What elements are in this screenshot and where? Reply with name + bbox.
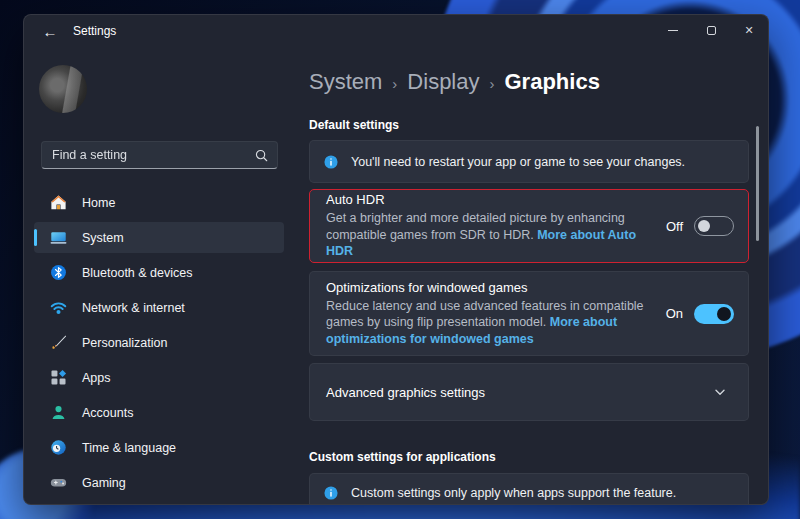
scrollbar-thumb[interactable]	[756, 126, 759, 241]
restart-info-text: You'll need to restart your app or game …	[351, 155, 685, 169]
breadcrumb-display[interactable]: Display	[407, 69, 479, 95]
personalization-icon	[50, 334, 67, 351]
breadcrumb: System › Display › Graphics	[309, 69, 600, 95]
sidebar-item-time-language[interactable]: Time & language	[34, 432, 284, 463]
chevron-down-icon	[712, 384, 728, 400]
sidebar-item-accounts[interactable]: Accounts	[34, 397, 284, 428]
custom-settings-info-text: Custom settings only apply when apps sup…	[351, 486, 676, 500]
sidebar-item-label: Network & internet	[82, 301, 185, 315]
custom-settings-info-banner: Custom settings only apply when apps sup…	[309, 473, 749, 505]
settings-window: ← Settings ✕ Home System	[23, 14, 769, 505]
sidebar-item-home[interactable]: Home	[34, 187, 284, 218]
sidebar-item-bluetooth-devices[interactable]: Bluetooth & devices	[34, 257, 284, 288]
section-heading-default-settings: Default settings	[309, 118, 399, 132]
breadcrumb-system[interactable]: System	[309, 69, 382, 95]
info-icon	[324, 155, 338, 169]
windowed-games-optimizations-card: Optimizations for windowed games Reduce …	[309, 271, 749, 356]
advanced-graphics-settings-card[interactable]: Advanced graphics settings	[309, 363, 749, 421]
sidebar-item-label: Personalization	[82, 336, 167, 350]
window-title: Settings	[73, 24, 116, 38]
section-heading-custom-settings: Custom settings for applications	[309, 450, 496, 464]
search-input[interactable]	[52, 148, 254, 162]
toggle-knob	[717, 307, 731, 321]
user-avatar[interactable]	[39, 65, 87, 113]
auto-hdr-card highlight-box: Auto HDR Get a brighter and more detaile…	[309, 189, 749, 263]
home-icon	[50, 194, 67, 211]
accounts-icon	[50, 404, 67, 421]
sidebar-item-personalization[interactable]: Personalization	[34, 327, 284, 358]
selected-accent-bar	[34, 229, 37, 246]
sidebar-nav: Home System Bluetooth & devices Network …	[34, 187, 284, 502]
sidebar-item-label: Home	[82, 196, 115, 210]
auto-hdr-description: Get a brighter and more detailed picture…	[326, 210, 656, 260]
back-button[interactable]: ←	[34, 17, 66, 45]
search-icon	[254, 148, 269, 163]
apps-icon	[50, 369, 67, 386]
sidebar-item-network-internet[interactable]: Network & internet	[34, 292, 284, 323]
optimizations-toggle-state: On	[666, 306, 683, 321]
sidebar-item-gaming[interactable]: Gaming	[34, 467, 284, 498]
back-arrow-icon: ←	[43, 23, 58, 40]
optimizations-description: Reduce latency and use advanced features…	[326, 298, 656, 348]
breadcrumb-separator: ›	[490, 75, 495, 92]
auto-hdr-toggle-state: Off	[666, 219, 683, 234]
breadcrumb-separator: ›	[392, 75, 397, 92]
sidebar-item-apps[interactable]: Apps	[34, 362, 284, 393]
sidebar-item-label: Time & language	[82, 441, 176, 455]
breadcrumb-graphics: Graphics	[505, 69, 600, 95]
sidebar-item-label: System	[82, 231, 124, 245]
auto-hdr-title: Auto HDR	[326, 192, 656, 207]
sidebar-item-label: Gaming	[82, 476, 126, 490]
sidebar-item-label: Bluetooth & devices	[82, 266, 193, 280]
optimizations-title: Optimizations for windowed games	[326, 280, 656, 295]
time-language-icon	[50, 439, 67, 456]
sidebar-item-system[interactable]: System	[34, 222, 284, 253]
advanced-graphics-settings-label: Advanced graphics settings	[326, 385, 712, 400]
main-content: System › Display › Graphics Default sett…	[309, 15, 749, 505]
sidebar-item-label: Accounts	[82, 406, 133, 420]
toggle-knob	[698, 220, 710, 232]
restart-info-banner: You'll need to restart your app or game …	[309, 140, 749, 183]
network-icon	[50, 299, 67, 316]
info-icon	[324, 486, 338, 500]
gaming-icon	[50, 474, 67, 491]
sidebar-item-label: Apps	[82, 371, 111, 385]
optimizations-toggle[interactable]	[694, 304, 734, 324]
auto-hdr-toggle[interactable]	[694, 216, 734, 236]
bluetooth-icon	[50, 264, 67, 281]
search-box[interactable]	[41, 141, 278, 169]
system-icon	[50, 229, 67, 246]
